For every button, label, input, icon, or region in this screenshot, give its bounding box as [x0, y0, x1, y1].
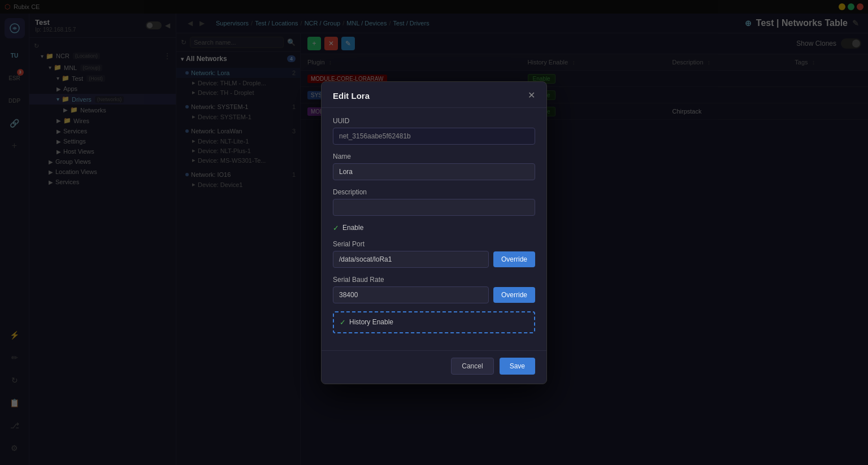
history-enable-label: History Enable	[349, 318, 393, 326]
serial-port-select[interactable]: /data/socat/loRa1	[333, 251, 489, 268]
edit-lora-modal: Edit Lora ✕ UUID Name Description	[321, 81, 547, 384]
modal-footer: Cancel Save	[322, 350, 546, 384]
baud-rate-label: Serial Baud Rate	[333, 276, 535, 284]
uuid-label: UUID	[333, 117, 535, 125]
uuid-input[interactable]	[333, 128, 535, 145]
serial-port-label: Serial Port	[333, 240, 535, 248]
uuid-field-group: UUID	[333, 117, 535, 145]
baud-rate-select[interactable]: 38400 9600 115200	[333, 286, 489, 303]
name-field-group: Name	[333, 153, 535, 180]
description-input[interactable]	[333, 199, 535, 216]
modal-close-btn[interactable]: ✕	[528, 91, 535, 100]
modal-title: Edit Lora	[333, 91, 370, 101]
enable-checkbox-row[interactable]: ✓ Enable	[333, 224, 535, 232]
history-enable-dashed-box: ✓ History Enable	[333, 311, 535, 333]
baud-rate-row: 38400 9600 115200 Override	[333, 286, 535, 303]
modal-overlay: Edit Lora ✕ UUID Name Description	[0, 0, 868, 465]
serial-port-field-group: Serial Port /data/socat/loRa1 Override	[333, 240, 535, 268]
baud-rate-override-btn[interactable]: Override	[493, 287, 535, 303]
save-button[interactable]: Save	[500, 358, 535, 375]
history-enable-checkbox-row[interactable]: ✓ History Enable	[340, 318, 528, 327]
serial-port-row: /data/socat/loRa1 Override	[333, 251, 535, 268]
cancel-button[interactable]: Cancel	[451, 358, 493, 375]
modal-header: Edit Lora ✕	[322, 82, 546, 108]
enable-field-group: ✓ Enable	[333, 224, 535, 232]
description-field-group: Description	[333, 188, 535, 216]
enable-check-icon: ✓	[333, 224, 339, 232]
modal-body: UUID Name Description ✓ Enable	[322, 108, 546, 350]
baud-rate-field-group: Serial Baud Rate 38400 9600 115200 Overr…	[333, 276, 535, 303]
serial-port-override-btn[interactable]: Override	[493, 251, 535, 267]
name-label: Name	[333, 153, 535, 160]
name-input[interactable]	[333, 163, 535, 180]
description-label: Description	[333, 188, 535, 196]
history-enable-check-icon: ✓	[340, 318, 346, 327]
enable-label: Enable	[342, 224, 363, 232]
